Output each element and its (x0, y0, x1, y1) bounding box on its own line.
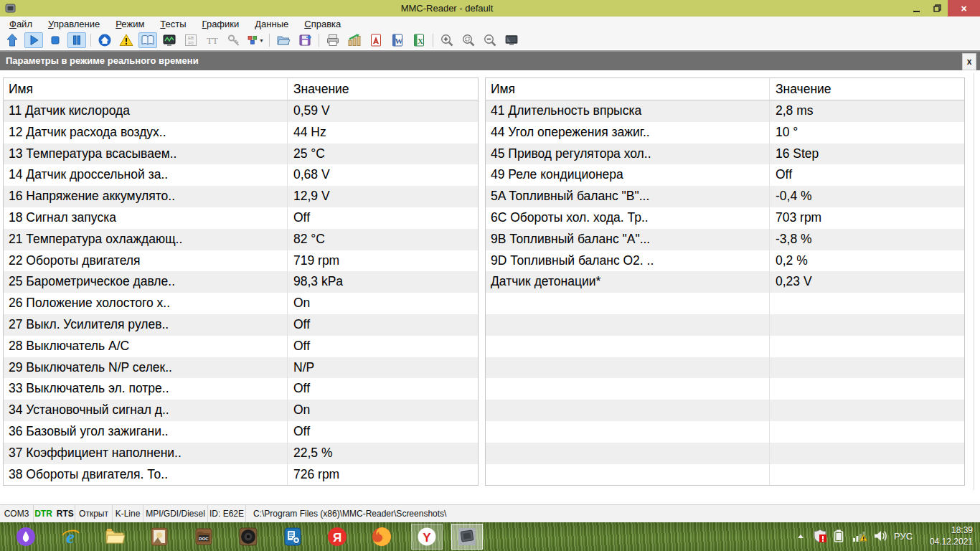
param-row[interactable]: 9B Топливный баланс "A"...-3,8 % (486, 229, 964, 250)
yandex-icon[interactable]: Я (326, 526, 348, 547)
param-name: 25 Барометрическое давле.. (4, 271, 288, 293)
param-row[interactable]: 9D Топливный баланс O2. ..0,2 % (486, 250, 964, 272)
panel-title: Параметры в режиме реального времени (6, 55, 199, 66)
param-row[interactable]: 38 Обороты двигателя. То..726 rpm (4, 464, 478, 486)
firefox-icon[interactable] (371, 526, 392, 547)
print-icon[interactable] (324, 32, 342, 48)
param-row[interactable]: 34 Установочный сигнал д..On (4, 400, 478, 421)
screenshot-icon[interactable] (502, 32, 521, 48)
menu-file[interactable]: Файл (1, 17, 40, 32)
param-row[interactable]: 44 Угол опережения зажиг..10 ° (486, 122, 964, 143)
menu-graphs[interactable]: Графики (194, 17, 248, 32)
param-row[interactable]: 28 Выключатель A/COff (4, 336, 478, 357)
param-value: -0,4 % (770, 186, 964, 207)
param-row[interactable]: 45 Привод регулятора хол..16 Step (486, 143, 964, 165)
param-name (486, 293, 770, 314)
param-value: 82 °C (288, 229, 478, 250)
zoom-in-icon[interactable] (438, 32, 456, 48)
param-value: Off (288, 378, 478, 400)
status-bar: COM3 DTRRTS Открыт K-Line MPI/GDI/Diesel… (0, 504, 980, 522)
doc-folder-icon[interactable]: DOC (193, 526, 215, 547)
open-file-icon[interactable] (274, 32, 293, 48)
oscilloscope-icon[interactable] (160, 32, 179, 48)
tray-network-warning-icon[interactable] (852, 529, 868, 545)
stop-icon[interactable] (46, 32, 65, 48)
param-row[interactable]: 33 Выключатель эл. потре..Off (4, 378, 478, 400)
toolbar-separator (433, 34, 433, 47)
text-mode-icon[interactable]: TT (203, 32, 222, 48)
connect-up-icon[interactable] (3, 32, 22, 48)
menu-tests[interactable]: Тесты (152, 17, 194, 32)
param-value: On (288, 400, 478, 421)
param-row[interactable]: 37 Коэффициент наполнени..22,5 % (4, 443, 478, 464)
key-icon[interactable] (225, 32, 243, 48)
param-value (770, 336, 964, 357)
param-row[interactable]: Датчик детонации*0,23 V (486, 271, 964, 293)
param-row[interactable]: 36 Базовый угол зажигани..Off (4, 421, 478, 443)
param-row[interactable]: 49 Реле кондиционераOff (486, 164, 964, 186)
param-name: 28 Выключатель A/C (4, 336, 288, 357)
param-row[interactable]: 5A Топливный баланс "B"...-0,4 % (486, 186, 964, 207)
file-explorer-icon[interactable] (104, 526, 126, 547)
tray-battery-icon[interactable] (834, 529, 844, 545)
internet-explorer-icon[interactable]: e (60, 526, 81, 547)
zoom-reset-icon[interactable] (459, 32, 478, 48)
export-word-icon[interactable]: W (388, 32, 407, 48)
param-row[interactable]: 18 Сигнал запускаOff (4, 207, 478, 229)
alice-assistant-icon[interactable] (15, 526, 37, 547)
param-row[interactable]: 16 Напряжение аккумулято..12,9 V (4, 186, 478, 207)
export-excel-icon[interactable]: X (410, 32, 428, 48)
svg-text:F0: F0 (188, 41, 194, 45)
home-icon[interactable] (95, 32, 114, 48)
screen: MMC-Reader - default × Файл Управление Р… (0, 0, 980, 551)
param-row[interactable]: 25 Барометрическое давле..98,3 kPa (4, 271, 478, 293)
device-settings-icon[interactable] (282, 526, 303, 547)
tray-volume-icon[interactable] (874, 529, 887, 545)
restore-button[interactable] (927, 0, 948, 17)
param-row[interactable]: 22 Обороты двигателя719 rpm (4, 250, 478, 272)
tray-chevron-up-icon[interactable] (796, 531, 805, 544)
save-file-icon[interactable] (296, 32, 314, 48)
minimize-button[interactable] (906, 0, 927, 17)
param-name (486, 357, 770, 379)
param-row[interactable]: 12 Датчик расхода воздух..44 Hz (4, 122, 478, 143)
dtc-warning-icon[interactable] (117, 32, 136, 48)
menu-control[interactable]: Управление (40, 17, 108, 32)
tray-clock[interactable]: 18:39 04.12.2021 (930, 524, 973, 547)
param-row[interactable]: 6C Обороты хол. хода. Тр..703 rpm (486, 207, 964, 229)
panel-close-button[interactable]: x (962, 53, 976, 70)
ecu-info-icon[interactable]: EBF0 (182, 32, 200, 48)
app-window: MMC-Reader - default × Файл Управление Р… (0, 0, 980, 522)
param-name: 9D Топливный баланс O2. .. (486, 250, 770, 272)
param-value: 44 Hz (288, 122, 478, 143)
yandex-browser-icon[interactable]: Y (416, 526, 438, 547)
pause-icon[interactable] (67, 32, 86, 48)
menu-bar: Файл Управление Режим Тесты Графики Данн… (0, 17, 980, 32)
param-row[interactable]: 21 Температура охлаждающ..82 °C (4, 229, 478, 250)
param-row[interactable]: 14 Датчик дроссельной за..0,68 V (4, 164, 478, 186)
svg-text:X: X (418, 37, 423, 45)
photo-viewer-icon[interactable] (149, 526, 170, 547)
param-row[interactable]: 29 Выключатель N/P селек..N/P (4, 357, 478, 379)
tray-language-indicator[interactable]: РУС (894, 531, 913, 542)
mmc-reader-icon[interactable] (456, 526, 478, 547)
menu-mode[interactable]: Режим (108, 17, 152, 32)
param-row[interactable]: 13 Температура всасываем..25 °C (4, 143, 478, 165)
audio-player-icon[interactable] (237, 526, 259, 547)
live-data-book-icon[interactable] (138, 32, 157, 48)
param-row[interactable]: 41 Длительность впрыска2,8 ms (486, 100, 964, 122)
export-chart-icon[interactable] (345, 32, 364, 48)
param-row[interactable]: 11 Датчик кислорода0,59 V (4, 100, 478, 122)
menu-data[interactable]: Данные (247, 17, 296, 32)
menu-help[interactable]: Справка (296, 17, 349, 32)
export-pdf-icon[interactable] (367, 32, 385, 48)
param-name: 11 Датчик кислорода (4, 100, 288, 122)
custom-params-icon[interactable]: ▼ (246, 32, 265, 48)
tray-security-shield-icon[interactable] (813, 529, 827, 546)
play-icon[interactable] (24, 32, 43, 48)
param-row[interactable]: 27 Выкл. Усилителя рулев..Off (4, 314, 478, 336)
param-row[interactable]: 26 Положение холостого х..On (4, 293, 478, 314)
close-button[interactable]: × (948, 0, 980, 17)
zoom-out-icon[interactable] (481, 32, 499, 48)
param-value: 25 °C (288, 143, 478, 165)
